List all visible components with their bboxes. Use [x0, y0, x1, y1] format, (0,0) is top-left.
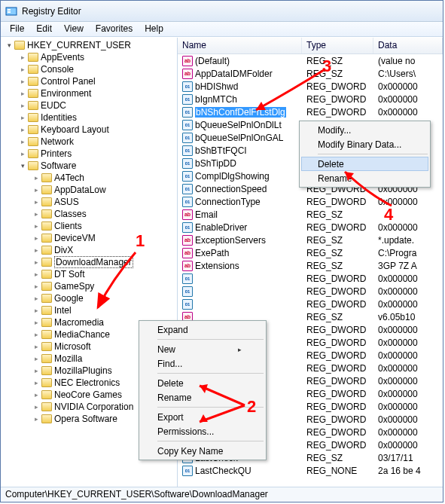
tree-item[interactable]: DivX: [2, 244, 175, 256]
tree-item[interactable]: Software: [2, 160, 175, 172]
expand-icon[interactable]: [32, 210, 40, 218]
menu-item[interactable]: Rename: [301, 171, 428, 185]
value-row[interactable]: REG_DWORD0x000000: [178, 285, 443, 298]
expand-icon[interactable]: [19, 138, 26, 145]
expand-icon[interactable]: [19, 90, 26, 97]
tree-item[interactable]: Classes: [2, 208, 175, 220]
tree-item[interactable]: Console: [2, 63, 175, 75]
tree-item[interactable]: Clients: [2, 220, 175, 232]
tree-item[interactable]: DownloadManager: [2, 256, 175, 268]
folder-icon: [28, 113, 38, 122]
expand-icon[interactable]: [32, 307, 40, 314]
expand-icon[interactable]: [19, 102, 26, 109]
folder-icon: [41, 318, 52, 327]
value-row[interactable]: EnableDriverREG_DWORD0x000000: [178, 221, 443, 234]
menu-item[interactable]: New: [141, 342, 264, 356]
value-row[interactable]: bIgnMTChREG_DWORD0x000000: [178, 93, 443, 105]
expand-icon[interactable]: [32, 283, 40, 290]
expand-icon[interactable]: [19, 78, 26, 85]
menu-edit[interactable]: Edit: [30, 22, 58, 36]
expand-icon[interactable]: [32, 246, 40, 254]
tree-item[interactable]: AppEvents: [2, 51, 175, 63]
expand-icon[interactable]: [32, 403, 40, 411]
expand-icon[interactable]: [32, 415, 40, 423]
tree-item[interactable]: Keyboard Layout: [2, 124, 175, 136]
expand-icon[interactable]: [32, 222, 40, 230]
expand-icon[interactable]: [32, 355, 40, 362]
expand-icon[interactable]: [32, 234, 40, 242]
menu-item[interactable]: Find...: [141, 356, 264, 371]
value-row[interactable]: ConnectionTypeREG_DWORD0x000000: [178, 195, 443, 208]
tree-item[interactable]: EUDC: [2, 99, 175, 111]
value-row[interactable]: ExceptionServersREG_SZ*.update.: [178, 234, 443, 246]
expand-icon[interactable]: [19, 126, 26, 133]
menu-view[interactable]: View: [58, 22, 90, 36]
value-row[interactable]: REG_DWORD0x000000: [178, 272, 443, 285]
expand-icon[interactable]: [32, 174, 40, 182]
tree-context-menu[interactable]: ExpandNewFind...DeleteRenameExportPermis…: [139, 320, 267, 460]
menu-item[interactable]: Modify Binary Data...: [301, 137, 428, 151]
tree-item[interactable]: Environment: [2, 87, 175, 99]
col-name[interactable]: Name: [178, 38, 302, 53]
expand-icon[interactable]: [19, 66, 26, 73]
tree-item[interactable]: Intel: [2, 304, 175, 316]
expand-icon[interactable]: [19, 150, 26, 157]
col-type[interactable]: Type: [302, 38, 373, 53]
value-row[interactable]: AppDataIDMFolderREG_SZC:\Users\: [178, 67, 443, 80]
tree-item[interactable]: DT Soft: [2, 268, 175, 280]
tree-item[interactable]: GameSpy: [2, 280, 175, 292]
value-row[interactable]: bNShConfDelFrLstDlgREG_DWORD0x000000: [178, 105, 443, 118]
expand-icon[interactable]: [5, 41, 13, 49]
tree-item[interactable]: Identities: [2, 111, 175, 124]
expand-icon[interactable]: [19, 53, 26, 61]
expand-icon[interactable]: [32, 379, 40, 386]
menu-item[interactable]: Rename: [141, 390, 264, 405]
menu-item[interactable]: Copy Key Name: [141, 444, 264, 458]
menu-item[interactable]: Permissions...: [141, 424, 264, 438]
expand-icon[interactable]: [32, 295, 40, 302]
expand-icon[interactable]: [32, 319, 40, 326]
menu-item[interactable]: Delete: [141, 376, 264, 390]
titlebar[interactable]: Registry Editor: [1, 1, 443, 22]
tree-item[interactable]: AppDataLow: [2, 184, 175, 196]
expand-icon[interactable]: [32, 343, 40, 350]
tree-item[interactable]: ASUS: [2, 196, 175, 208]
expand-icon[interactable]: [32, 258, 40, 266]
menu-item[interactable]: Modify...: [301, 123, 428, 137]
menu-favorites[interactable]: Favorites: [90, 22, 139, 36]
expand-icon[interactable]: [32, 270, 40, 278]
value-row[interactable]: (Default)REG_SZ(value no: [178, 54, 443, 67]
menu-item[interactable]: Delete: [301, 157, 428, 171]
col-data[interactable]: Data: [373, 38, 443, 53]
value-row[interactable]: ExtensionsREG_SZ3GP 7Z A: [178, 259, 443, 272]
menu-item[interactable]: Export: [141, 410, 264, 424]
value-row[interactable]: bHDIShwdREG_DWORD0x000000: [178, 80, 443, 93]
expand-icon[interactable]: [32, 391, 40, 399]
tree-label: Console: [41, 64, 74, 75]
tree-item[interactable]: A4Tech: [2, 172, 175, 184]
expand-icon[interactable]: [32, 331, 40, 338]
value-name: bQueueSelPnlOnGAL: [195, 133, 283, 143]
list-header[interactable]: Name Type Data: [178, 38, 443, 54]
tree-item[interactable]: Network: [2, 136, 175, 148]
tree-item[interactable]: Google: [2, 292, 175, 304]
tree-item[interactable]: Printers: [2, 148, 175, 160]
expand-icon[interactable]: [19, 114, 26, 121]
value-context-menu[interactable]: Modify...Modify Binary Data...DeleteRena…: [299, 121, 431, 188]
menu-item[interactable]: Expand: [141, 322, 264, 337]
menu-help[interactable]: Help: [139, 22, 169, 36]
expand-icon[interactable]: [32, 198, 40, 206]
expand-icon[interactable]: [32, 186, 40, 194]
tree-item[interactable]: DeviceVM: [2, 232, 175, 244]
value-row[interactable]: EmailREG_SZ: [178, 208, 443, 221]
expand-icon[interactable]: [19, 162, 26, 170]
value-row[interactable]: ExePathREG_SZC:\Progra: [178, 246, 443, 259]
dword-value-icon: [182, 286, 193, 297]
value-row[interactable]: REG_DWORD0x000000: [178, 298, 443, 310]
tree-item[interactable]: Control Panel: [2, 75, 175, 87]
tree-item[interactable]: HKEY_CURRENT_USER: [2, 39, 175, 51]
menu-file[interactable]: File: [4, 22, 30, 36]
expand-icon[interactable]: [32, 367, 40, 374]
value-row[interactable]: LastCheckQUREG_NONE2a 16 be 4: [178, 464, 443, 477]
value-name: ExePath: [195, 248, 229, 258]
